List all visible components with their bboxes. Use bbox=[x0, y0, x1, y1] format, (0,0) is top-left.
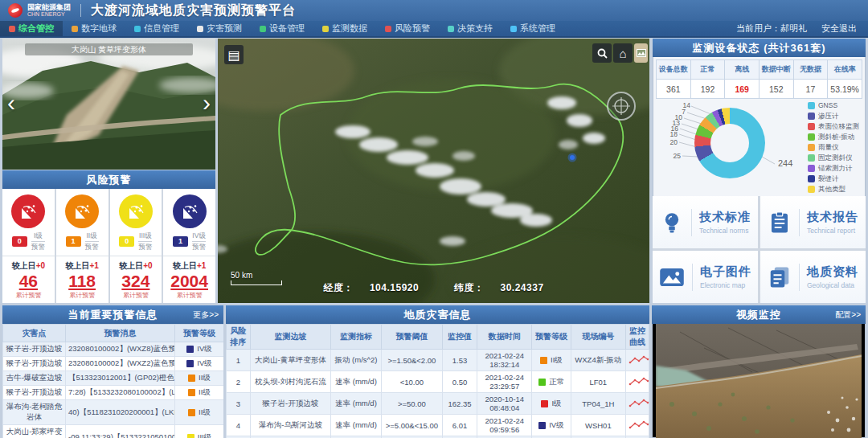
warning-level: III级 bbox=[187, 432, 211, 438]
cumulative-label: 累计预警 bbox=[15, 291, 41, 300]
risk-rank: 2 bbox=[227, 371, 251, 393]
level-color-square bbox=[540, 357, 547, 364]
alerts-title: 当前重要预警信息 bbox=[68, 308, 158, 322]
basemap-switch-button[interactable] bbox=[634, 43, 648, 63]
geo-hazard-row[interactable]: 2 枕头坝-刘村沟泥石流 速率 (mm/d) <10.00 0.50 2021-… bbox=[227, 371, 649, 393]
nav-item-icon bbox=[448, 26, 454, 32]
warning-level: II级 bbox=[188, 407, 211, 418]
bulb-icon bbox=[660, 211, 684, 235]
legend-item[interactable]: 表面位移监测 bbox=[808, 121, 859, 131]
compass-control[interactable] bbox=[608, 92, 635, 120]
map-search-button[interactable] bbox=[592, 43, 612, 63]
donut-value-label: 20 bbox=[670, 138, 678, 146]
alert-row[interactable]: 猴子岩-开顶边坡 7:28)【5133232080100002】(LF02...… bbox=[3, 386, 224, 400]
risk-level-card[interactable]: 1 IV级 预警 较上日+1 2004 累计预警 bbox=[163, 189, 215, 303]
carousel-next-button[interactable]: › bbox=[198, 85, 215, 121]
nav-item[interactable]: 信息管理 bbox=[125, 21, 188, 36]
nav-item[interactable]: 综合管控 bbox=[0, 21, 63, 36]
map-home-button[interactable]: ⌂ bbox=[613, 43, 633, 63]
geo-hazard-row[interactable]: 1 大岗山-黄草坪变形体 振动 (m/s^2) >=1.50&<2.00 1.5… bbox=[227, 350, 649, 371]
disaster-point: 猴子岩-开顶边坡 bbox=[3, 386, 66, 400]
rockfall-warning-icon bbox=[119, 194, 153, 228]
geo-hazard-row[interactable]: 4 瀑布沟-乌斯河边坡 速率 (mm/d) >=5.00&<15.00 6.01… bbox=[227, 415, 649, 436]
video-frame bbox=[656, 324, 862, 438]
nav-item[interactable]: 系统管理 bbox=[502, 21, 564, 36]
warning-level: II级 bbox=[540, 355, 563, 366]
warning-tag: 预警 bbox=[31, 243, 45, 252]
legend-item[interactable]: GNSS bbox=[808, 100, 859, 110]
device-status-value: 361 bbox=[657, 80, 691, 99]
warning-threshold: >=5.00&<15.00 bbox=[382, 415, 443, 436]
warning-message-link[interactable]: 232080100002】(WXZ8)蓝色预警：... bbox=[66, 342, 175, 357]
nav-item-label: 灾害预测 bbox=[207, 23, 242, 35]
legend-item[interactable]: 锚索测力计 bbox=[808, 163, 859, 173]
video-config-link[interactable]: 配置>> bbox=[835, 305, 861, 324]
risk-level-card[interactable]: 0 I级 预警 较上日+0 46 累计预警 bbox=[2, 189, 55, 303]
basin-map[interactable]: ▤ ⌂ 50 km 经度：104.15920 纬度：30.24337 bbox=[218, 39, 649, 303]
trend-curve-icon[interactable] bbox=[628, 398, 649, 408]
warning-level: IV级 bbox=[538, 420, 563, 431]
legend-item[interactable]: 渗压计 bbox=[808, 111, 859, 121]
warning-message-link[interactable]: 232080100002】(WXZ2)蓝色预警：... bbox=[66, 357, 175, 371]
card-title: 技术标准 bbox=[699, 210, 751, 225]
data-time: 2021-02-24 23:29:57 bbox=[477, 371, 532, 393]
warning-message-link[interactable]: -09 11:33:29)【513322105010000... bbox=[66, 425, 175, 438]
device-status-title: 监测设备状态 (共计361套) bbox=[653, 39, 866, 57]
risk-level-card[interactable]: 0 III级 预警 较上日+0 324 累计预警 bbox=[110, 189, 162, 303]
technical-norms-card[interactable]: 技术标准 Technical norms bbox=[653, 196, 758, 248]
alert-row[interactable]: 大岗山-郑家坪变形体 -09 11:33:29)【513322105010000… bbox=[3, 425, 224, 438]
nav-item[interactable]: 灾害预测 bbox=[188, 21, 251, 36]
alerts-more-link[interactable]: 更多>> bbox=[193, 305, 219, 324]
legend-label: 渗压计 bbox=[818, 111, 839, 121]
monitored-slope: 大岗山-黄草坪变形体 bbox=[250, 350, 330, 371]
divider bbox=[56, 256, 108, 256]
technical-report-card[interactable]: 技术报告 Technical report bbox=[760, 196, 866, 248]
warning-tag: 预警 bbox=[192, 243, 206, 252]
alert-row[interactable]: 猴子岩-开顶边坡 232080100002】(WXZ2)蓝色预警：... IV级 bbox=[3, 357, 224, 371]
site-code: WXZ4新-振动 bbox=[571, 350, 625, 371]
legend-swatch bbox=[808, 165, 815, 172]
legend-item[interactable]: 固定测斜仪 bbox=[808, 153, 859, 162]
electronic-map-card[interactable]: 电子图件 Electronic map bbox=[653, 251, 758, 303]
legend-label: 雨量仪 bbox=[818, 142, 839, 152]
warning-message-link[interactable]: 【513323012001】(GP02)橙色预警... bbox=[66, 371, 175, 386]
logout-button[interactable]: 安全退出 bbox=[821, 23, 857, 35]
risk-level-card[interactable]: 1 II级 预警 较上日+1 118 累计预警 bbox=[56, 189, 108, 303]
trend-curve-icon[interactable] bbox=[628, 420, 649, 430]
warning-message-link[interactable]: 7:28)【5133232080100002】(LF02... bbox=[66, 386, 175, 400]
warning-threshold: <10.00 bbox=[382, 371, 443, 393]
device-status-value-row: 3611921691521753.19% bbox=[657, 80, 862, 99]
level-color-square bbox=[538, 422, 546, 429]
satellite-imagery bbox=[218, 39, 649, 303]
nav-item[interactable]: 数字地球 bbox=[63, 21, 125, 36]
video-feed[interactable] bbox=[656, 324, 862, 438]
trend-curve-icon[interactable] bbox=[628, 376, 649, 387]
nav-item[interactable]: 设备管理 bbox=[251, 21, 313, 36]
nav-item[interactable]: 决策支持 bbox=[439, 21, 502, 36]
alert-row[interactable]: 吉牛-爆破室边坡 【513323012001】(GP02)橙色预警... II级 bbox=[3, 371, 224, 386]
legend-item[interactable]: 测斜桩-振动 bbox=[808, 132, 859, 141]
layers-button[interactable]: ▤ bbox=[224, 45, 244, 64]
video-title-bar: 视频监控 配置>> bbox=[652, 305, 866, 324]
carousel-prev-button[interactable]: ‹ bbox=[2, 85, 20, 121]
geo-hazard-row[interactable]: 3 猴子岩-开顶边坡 速率 (mm/d) >=50.00 162.35 2020… bbox=[227, 393, 649, 415]
rockfall-warning-icon bbox=[11, 194, 45, 228]
cumulative-label: 累计预警 bbox=[69, 291, 95, 300]
legend-item[interactable]: 雨量仪 bbox=[808, 142, 859, 152]
nav-item[interactable]: 监测数据 bbox=[313, 21, 376, 36]
alert-row[interactable]: 猴子岩-开顶边坡 232080100002】(WXZ8)蓝色预警：... IV级 bbox=[3, 342, 224, 357]
cumulative-count: 46 bbox=[19, 272, 38, 290]
legend-swatch bbox=[808, 133, 815, 141]
trend-curve-icon[interactable] bbox=[628, 354, 649, 365]
top-header: 国家能源集团 CHN ENERGY 大渡河流域地质灾害预测预警平台 bbox=[0, 0, 868, 21]
alert-row[interactable]: 瀑布沟-老柯踏危岩体 40)【5118231020200001】(LKM0...… bbox=[3, 400, 224, 425]
warning-threshold: >=50.00 bbox=[382, 393, 443, 415]
legend-item[interactable]: 其他类型 bbox=[808, 184, 859, 194]
warning-level: IV级 bbox=[186, 358, 211, 369]
disaster-point: 吉牛-爆破室边坡 bbox=[3, 371, 66, 386]
warning-message-link[interactable]: 40)【5118231020200001】(LKM0... bbox=[66, 400, 175, 425]
device-status-column: 无数据 bbox=[793, 60, 828, 80]
nav-item[interactable]: 风险预警 bbox=[376, 21, 439, 36]
geological-data-card[interactable]: 地质资料 Geological data bbox=[760, 251, 866, 303]
legend-item[interactable]: 裂缝计 bbox=[808, 174, 859, 183]
